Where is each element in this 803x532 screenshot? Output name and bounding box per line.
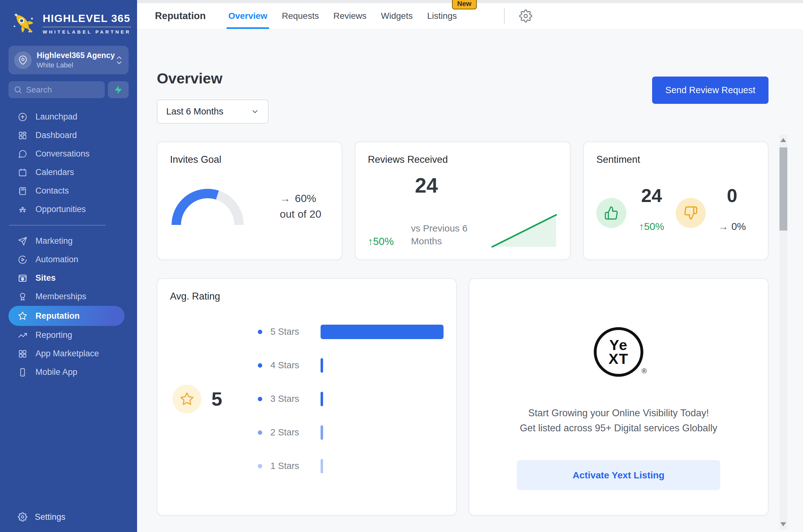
- arrow-up-icon: ↑: [639, 221, 644, 232]
- search-box[interactable]: [8, 81, 105, 98]
- reviews-change: 50%: [373, 235, 394, 247]
- sidebar-item-dashboard[interactable]: Dashboard: [8, 126, 125, 145]
- launchpad-icon: [18, 112, 27, 122]
- dot-icon: [258, 397, 262, 401]
- scroll-down-arrow-icon[interactable]: [780, 522, 786, 526]
- tab-overview[interactable]: Overview: [228, 3, 268, 29]
- activate-yext-listing-button[interactable]: Activate Yext Listing: [517, 460, 720, 490]
- sidebar-item-reporting[interactable]: Reporting: [8, 326, 125, 344]
- opportunities-icon: [18, 205, 27, 214]
- scrollbar-thumb[interactable]: [780, 148, 787, 231]
- negative-change: 0%: [731, 221, 746, 232]
- date-range-select[interactable]: Last 6 Months: [157, 99, 268, 124]
- tab-listings[interactable]: Listings New: [427, 3, 457, 29]
- sidebar-item-label: Calendars: [35, 168, 74, 177]
- brand-tagline: WHITELABEL PARTNER: [43, 29, 131, 35]
- chevron-up-down-icon: [115, 56, 123, 64]
- scroll-up-arrow-icon[interactable]: [780, 138, 786, 142]
- play-circle-icon: [18, 255, 27, 264]
- map-pin-icon: [18, 56, 27, 65]
- arrow-right-icon: →: [718, 221, 728, 232]
- sentiment-positive: 24 ↑50%: [596, 185, 664, 232]
- sidebar-item-memberships[interactable]: Memberships: [8, 287, 125, 306]
- sidebar-item-reputation[interactable]: Reputation: [8, 306, 125, 326]
- sidebar-item-label: Reporting: [35, 330, 72, 340]
- sidebar-item-label: Launchpad: [35, 112, 77, 122]
- card-title: Sentiment: [596, 154, 755, 165]
- chevron-down-icon: [251, 108, 259, 116]
- sidebar-item-contacts[interactable]: Contacts: [8, 182, 125, 200]
- sidebar-item-label: Dashboard: [35, 131, 77, 140]
- sidebar-item-sites[interactable]: Sites: [8, 269, 125, 287]
- rating-row-label: 1 Stars: [270, 461, 321, 471]
- settings-label: Settings: [35, 512, 65, 522]
- sidebar-item-marketing[interactable]: Marketing: [8, 232, 125, 250]
- rating-bar: [321, 325, 443, 339]
- paper-plane-icon: [18, 236, 27, 246]
- quick-actions-button[interactable]: [108, 81, 129, 98]
- app-root: HIGHLEVEL 365 WHITELABEL PARTNER Highlev…: [0, 0, 803, 532]
- tab-widgets[interactable]: Widgets: [381, 3, 413, 29]
- contacts-book-icon: [18, 186, 27, 196]
- send-review-request-button[interactable]: Send Review Request: [652, 77, 768, 104]
- sidebar-item-label: Conversations: [35, 149, 90, 159]
- dot-icon: [258, 330, 262, 334]
- rating-bar: [321, 459, 323, 473]
- agency-switcher[interactable]: Highlevel365 Agency White Label: [8, 46, 129, 74]
- sidebar-item-app-marketplace[interactable]: App Marketplace: [8, 344, 125, 363]
- negative-count: 0: [727, 185, 737, 206]
- tab-requests[interactable]: Requests: [282, 3, 319, 29]
- reviews-received-card: Reviews Received 24 ↑50% vs Previous 6 M…: [355, 141, 571, 260]
- trend-line-chart: [491, 212, 557, 247]
- arrow-right-icon: →: [280, 192, 290, 204]
- invites-goal-card: Invites Goal →60% out of 20: [157, 141, 342, 260]
- rating-bar: [321, 425, 323, 440]
- dashboard-icon: [18, 131, 27, 140]
- grid-icon: [18, 349, 27, 359]
- content: Overview Last 6 Months Send Review Reque…: [137, 29, 803, 532]
- sidebar-item-opportunities[interactable]: Opportunities: [8, 200, 125, 218]
- sidebar-item-conversations[interactable]: Conversations: [8, 145, 125, 163]
- sidebar-item-mobile-app[interactable]: Mobile App: [8, 363, 125, 381]
- brand: HIGHLEVEL 365 WHITELABEL PARTNER: [0, 0, 137, 38]
- search-input[interactable]: [26, 85, 100, 95]
- sidebar-item-automation[interactable]: Automation: [8, 250, 125, 269]
- yext-headline-2: Get listed across 95+ Digital services G…: [520, 421, 718, 436]
- registered-mark: ®: [642, 367, 647, 375]
- agency-plan: White Label: [37, 61, 110, 69]
- sidebar-item-settings[interactable]: Settings: [0, 508, 137, 526]
- sidebar-item-launchpad[interactable]: Launchpad: [8, 108, 125, 126]
- rating-bar: [321, 392, 323, 406]
- brand-name: HIGHLEVEL 365: [43, 12, 131, 24]
- reputation-settings-button[interactable]: [519, 3, 532, 29]
- sidebar-item-label: App Marketplace: [35, 349, 99, 359]
- rating-row: 5 Stars: [258, 325, 443, 339]
- avatar: [14, 52, 32, 69]
- positive-count: 24: [641, 185, 662, 206]
- smartphone-icon: [18, 368, 27, 377]
- main-area: Reputation Overview Requests Reviews Wid…: [137, 0, 803, 532]
- vertical-scrollbar[interactable]: [780, 135, 787, 530]
- rating-row-label: 4 Stars: [270, 360, 321, 370]
- dot-icon: [258, 363, 262, 368]
- zap-icon: [114, 85, 123, 94]
- page-header: Reputation Overview Requests Reviews Wid…: [137, 3, 803, 29]
- agency-name: Highlevel365 Agency: [37, 51, 110, 60]
- rating-bar: [321, 358, 323, 373]
- rocket-icon: [9, 9, 38, 38]
- sidebar-item-label: Opportunities: [35, 205, 86, 214]
- browser-globe-icon: [18, 273, 27, 283]
- yext-headline-1: Start Growing your Online Visibility Tod…: [520, 405, 718, 421]
- star-icon: [173, 384, 202, 414]
- tab-reviews[interactable]: Reviews: [333, 3, 367, 29]
- sidebar-item-label: Reputation: [35, 311, 80, 321]
- arrow-up-icon: ↑: [368, 235, 373, 247]
- sidebar-item-calendars[interactable]: Calendars: [8, 163, 125, 182]
- sidebar-item-label: Marketing: [35, 236, 73, 246]
- sidebar-nav: Launchpad Dashboard Conversations: [0, 108, 137, 508]
- sentiment-negative: 0 →0%: [676, 185, 746, 232]
- sidebar-item-label: Automation: [35, 255, 78, 264]
- gear-icon: [18, 512, 27, 521]
- card-title: Invites Goal: [170, 154, 329, 165]
- gear-icon: [519, 10, 532, 23]
